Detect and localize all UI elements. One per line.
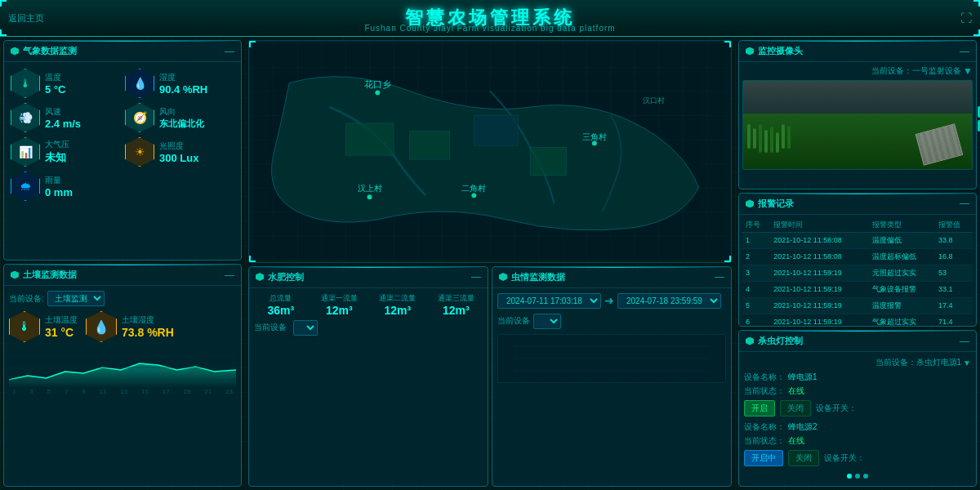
water-ch3: 通渠三流量 12m³ [430,293,483,317]
light-icon: ☀ [125,137,154,167]
camera-minimize[interactable]: — [960,46,969,57]
alert-type: 元照超过实实 [869,265,935,281]
weather-item-rain: 🌧 雨量 0 mm [11,172,120,201]
buglight-device2-btn-row: 开启中 关闭 设备开关： [744,450,971,466]
pest-chart [497,334,726,383]
svg-rect-9 [530,147,566,175]
col-time: 报警时间 [770,218,868,233]
nav-link[interactable]: 返回主页 [8,12,44,24]
svg-point-16 [592,140,597,145]
alerts-panel: 报警记录 — 序号 报警时间 报警类型 报警值 [738,193,977,327]
humidity-icon: 💧 [125,69,154,98]
pest-date-to[interactable]: 2024-07-18 23:59:59 [617,293,721,309]
chart-axis: 1357911 131517192123 [9,388,236,395]
alert-type: 温度报警 [869,297,935,314]
soil-title: 土壤监测数据 [23,269,77,281]
buglight-device1-status-row: 当前状态： 在线 [744,385,971,397]
alert-time: 2021-10-12 11:58:08 [770,248,868,265]
table-row: 6 2021-10-12 11:59:19 气象超过实实 71.4 [742,314,973,327]
soil-humidity-text: 土壤湿度 73.8 %RH [122,314,174,339]
buglight-chevron[interactable]: ▼ [963,359,971,368]
buglight-panel-header: 杀虫灯控制 — [739,331,976,352]
weather-text-rain: 雨量 0 mm [45,175,73,198]
pest-date-from[interactable]: 2024-07-11 17:03:18 [497,293,601,309]
soil-header-icon [11,271,19,279]
water-ch1: 通渠一流量 12m³ [313,293,367,317]
svg-rect-7 [410,131,450,159]
svg-point-17 [471,193,476,198]
camera-panel-header: 监控摄像头 — [739,41,976,62]
buglight-current-device-row: 当前设备：杀虫灯电源1 ▼ [744,357,971,368]
buglight-panel: 杀虫灯控制 — 当前设备：杀虫灯电源1 ▼ 设备名称： 蜂电源1 当前状态： 在… [738,330,977,487]
weather-panel-header: 气象数据监测 — [4,41,241,62]
pest-minimize[interactable]: — [715,271,724,283]
pest-content: 2024-07-11 17:03:18 ➜ 2024-07-18 23:59:5… [492,288,731,388]
pest-device-select[interactable] [533,314,561,329]
alert-time: 2021-10-12 11:56:08 [770,232,868,248]
buglight-device2-off-btn[interactable]: 关闭 [788,450,819,466]
buglight-content: 当前设备：杀虫灯电源1 ▼ 设备名称： 蜂电源1 当前状态： 在线 开启 关闭 … [739,352,976,486]
water-panel-header: 水肥控制 — [249,267,488,288]
buglight-device1-on-btn[interactable]: 开启 [744,400,775,416]
pest-title: 虫情监测数据 [511,271,565,283]
svg-point-18 [368,194,372,199]
camera-content: 当前设备：一号监射设备 ▼ 2024年3月19日 厂商日期: 17:40 某某农… [739,62,976,173]
header: 返回主页 智慧农场管理系统 Fushan County Jiayi Farm v… [0,0,980,37]
weather-text-windspeed: 风速 2.4 m/s [45,106,81,130]
buglight-title: 杀虫灯控制 [758,335,803,347]
table-row: 3 2021-10-12 11:59:19 元照超过实实 53 [742,265,973,281]
buglight-device1-btn-row: 开启 关闭 设备开关： [744,400,971,416]
center-bottom: 水肥控制 — 总流量 36m³ 通渠一流量 12m³ [248,266,732,488]
expand-icon[interactable]: ⛶ [960,11,972,24]
svg-text:花口乡: 花口乡 [364,79,391,89]
buglight-device2-status-row: 当前状态： 在线 [744,435,971,447]
pest-date-row: 2024-07-11 17:03:18 ➜ 2024-07-18 23:59:5… [497,293,726,309]
alert-value: 17.4 [935,297,973,314]
alerts-minimize[interactable]: — [960,198,969,209]
left-panel: 气象数据监测 — 🌡 温度 5 °C 💧 湿度 90.4 % [0,37,245,490]
col-type: 报警类型 [869,218,935,233]
dot-2 [855,474,860,479]
dot-1 [847,474,852,479]
weather-minimize[interactable]: — [225,46,234,57]
svg-text:汉口村: 汉口村 [643,96,665,105]
svg-point-15 [375,91,380,96]
alert-value: 33.8 [935,232,973,248]
map-svg: 花口乡 三角村 二角村 汉上村 汉口村 [249,41,731,262]
camera-title: 监控摄像头 [758,45,803,57]
soil-minimize[interactable]: — [225,270,234,281]
weather-icon [11,47,19,56]
alert-time: 2021-10-12 11:59:19 [770,281,868,297]
page-subtitle: Fushan County Jiayi Farm visualization b… [364,24,615,33]
weather-panel: 气象数据监测 — 🌡 温度 5 °C 💧 湿度 90.4 % [3,40,242,261]
center-panel: 花口乡 三角村 二角村 汉上村 汉口村 水肥控制 — [245,37,735,490]
weather-item-windspeed: 💨 风速 2.4 m/s [11,103,120,132]
svg-text:二角村: 二角村 [461,184,486,193]
buglight-minimize[interactable]: — [960,336,969,347]
water-total: 总流量 36m³ [254,293,308,317]
soil-panel-header: 土壤监测数据 — [4,265,241,286]
alert-seq: 1 [742,232,770,248]
alert-seq: 6 [742,314,770,327]
alert-value: 33.1 [935,281,973,297]
soil-metrics: 🌡 土壤温度 31 °C 💧 土壤湿度 73.8 %RH [9,311,236,342]
soil-panel: 土壤监测数据 — 当前设备: 土壤监测 🌡 土壤温度 31 °C [3,264,242,487]
water-device-select[interactable] [293,320,318,336]
alerts-header-icon [746,199,754,207]
table-row: 4 2021-10-12 11:59:19 气象设备报警 33.1 [742,281,973,297]
buglight-device1-name-row: 设备名称： 蜂电源1 [744,372,971,383]
rain-icon: 🌧 [11,172,40,201]
weather-item-humidity: 💧 湿度 90.4 %RH [125,69,234,98]
water-ch2: 通渠二流量 12m³ [371,293,425,317]
buglight-device1-off-btn[interactable]: 关闭 [780,400,811,416]
water-minimize[interactable]: — [471,271,481,283]
windspeed-icon: 💨 [11,103,40,132]
soil-temp-icon: 🌡 [9,311,40,342]
camera-chevron-icon[interactable]: ▼ [963,65,973,77]
camera-current-device-label: 当前设备：一号监射设备 [871,65,961,77]
weather-text-pressure: 大气压 未知 [45,139,69,165]
soil-device-select[interactable]: 土壤监测 [47,291,105,306]
buglight-device2-on-btn[interactable]: 开启中 [744,450,783,466]
water-panel: 水肥控制 — 总流量 36m³ 通渠一流量 12m³ [248,266,488,488]
pest-arrow-icon: ➜ [604,294,614,307]
